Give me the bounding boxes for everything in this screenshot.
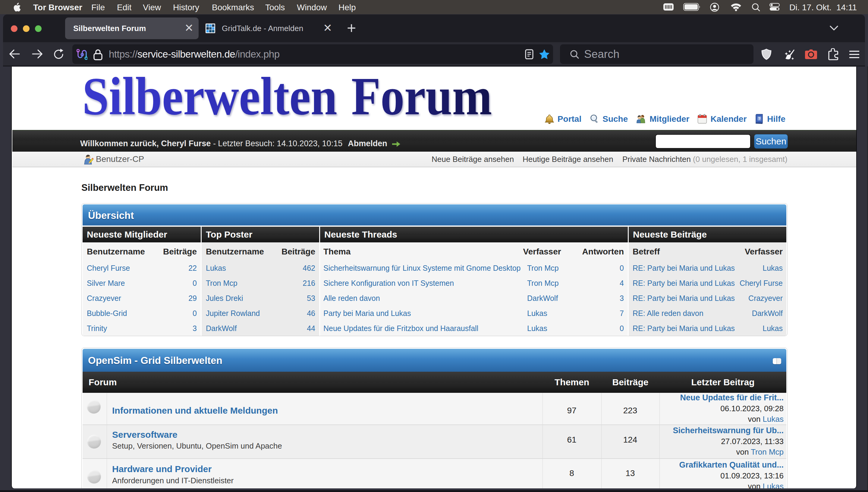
svg-text:?: ? bbox=[758, 116, 761, 121]
